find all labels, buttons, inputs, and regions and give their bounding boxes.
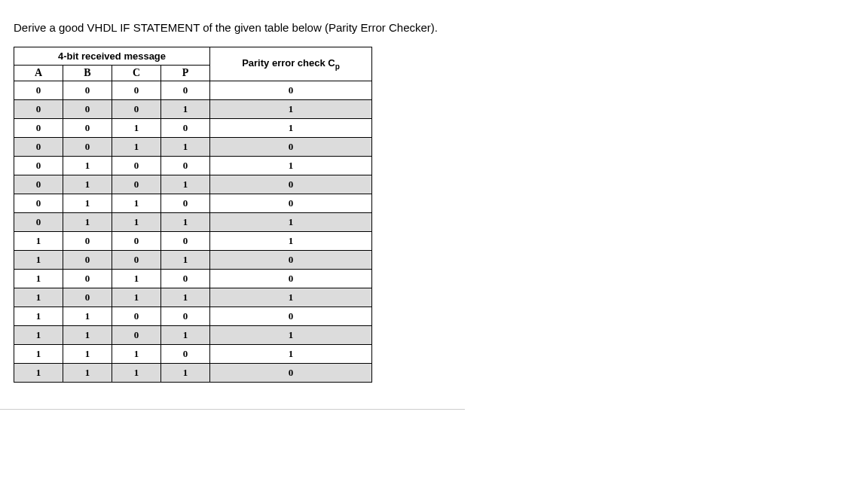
cell-c: 1 <box>112 194 161 213</box>
cell-p: 1 <box>161 326 210 345</box>
parity-header-prefix: Parity error check C <box>242 57 335 69</box>
table-row: 10100 <box>14 270 372 288</box>
col-header-a: A <box>14 66 63 81</box>
cell-a: 0 <box>14 157 63 175</box>
table-row: 10111 <box>14 288 372 307</box>
group-header: 4-bit received message <box>14 47 210 66</box>
cell-p: 0 <box>161 270 210 288</box>
cell-p: 1 <box>161 213 210 232</box>
cell-cp: 1 <box>210 213 372 232</box>
cell-a: 1 <box>14 251 63 270</box>
cell-p: 0 <box>161 157 210 175</box>
table-row: 11000 <box>14 307 372 326</box>
cell-p: 1 <box>161 364 210 383</box>
cell-cp: 1 <box>210 232 372 251</box>
cell-cp: 1 <box>210 326 372 345</box>
cell-a: 1 <box>14 307 63 326</box>
table-row: 01111 <box>14 213 372 232</box>
table-row: 00000 <box>14 81 372 100</box>
table-row: 01001 <box>14 157 372 175</box>
divider <box>0 409 465 410</box>
cell-cp: 0 <box>210 251 372 270</box>
cell-a: 0 <box>14 194 63 213</box>
cell-c: 1 <box>112 288 161 307</box>
cell-cp: 1 <box>210 345 372 364</box>
cell-a: 1 <box>14 364 63 383</box>
col-header-p: P <box>161 66 210 81</box>
cell-b: 1 <box>63 213 112 232</box>
cell-cp: 1 <box>210 157 372 175</box>
cell-b: 0 <box>63 138 112 157</box>
cell-b: 1 <box>63 194 112 213</box>
table-row: 11110 <box>14 364 372 383</box>
table-row: 00011 <box>14 100 372 119</box>
cell-a: 0 <box>14 175 63 194</box>
cell-c: 0 <box>112 307 161 326</box>
cell-b: 0 <box>63 270 112 288</box>
cell-c: 0 <box>112 251 161 270</box>
cell-b: 1 <box>63 175 112 194</box>
col-header-b: B <box>63 66 112 81</box>
cell-cp: 0 <box>210 364 372 383</box>
cell-p: 0 <box>161 345 210 364</box>
cell-c: 1 <box>112 138 161 157</box>
cell-a: 0 <box>14 119 63 138</box>
cell-c: 1 <box>112 119 161 138</box>
cell-p: 0 <box>161 307 210 326</box>
cell-p: 1 <box>161 288 210 307</box>
cell-b: 1 <box>63 157 112 175</box>
cell-c: 0 <box>112 232 161 251</box>
cell-b: 0 <box>63 251 112 270</box>
col-header-c: C <box>112 66 161 81</box>
cell-b: 1 <box>63 326 112 345</box>
table-row: 01100 <box>14 194 372 213</box>
table-row: 11011 <box>14 326 372 345</box>
cell-a: 1 <box>14 345 63 364</box>
parity-table-container: 4-bit received message Parity error chec… <box>14 47 372 383</box>
cell-cp: 1 <box>210 288 372 307</box>
cell-b: 1 <box>63 307 112 326</box>
cell-c: 1 <box>112 213 161 232</box>
cell-c: 0 <box>112 157 161 175</box>
table-row: 00101 <box>14 119 372 138</box>
cell-c: 0 <box>112 100 161 119</box>
cell-b: 1 <box>63 364 112 383</box>
cell-a: 0 <box>14 100 63 119</box>
cell-cp: 0 <box>210 81 372 100</box>
cell-b: 0 <box>63 288 112 307</box>
cell-a: 0 <box>14 213 63 232</box>
cell-p: 0 <box>161 194 210 213</box>
cell-p: 0 <box>161 81 210 100</box>
cell-cp: 0 <box>210 138 372 157</box>
table-row: 11101 <box>14 345 372 364</box>
cell-cp: 1 <box>210 100 372 119</box>
cell-a: 1 <box>14 326 63 345</box>
cell-a: 0 <box>14 81 63 100</box>
cell-cp: 0 <box>210 194 372 213</box>
cell-cp: 0 <box>210 270 372 288</box>
question-text: Derive a good VHDL IF STATEMENT of the g… <box>14 21 438 34</box>
cell-b: 0 <box>63 81 112 100</box>
cell-p: 1 <box>161 251 210 270</box>
table-body: 0000000011001010011001001010100110001111… <box>14 81 372 383</box>
cell-b: 0 <box>63 232 112 251</box>
parity-header: Parity error check Cp <box>210 47 372 81</box>
cell-p: 0 <box>161 119 210 138</box>
parity-table: 4-bit received message Parity error chec… <box>14 47 372 383</box>
cell-a: 1 <box>14 232 63 251</box>
cell-b: 0 <box>63 119 112 138</box>
cell-c: 1 <box>112 364 161 383</box>
cell-c: 0 <box>112 81 161 100</box>
cell-a: 1 <box>14 288 63 307</box>
table-row: 01010 <box>14 175 372 194</box>
cell-c: 0 <box>112 175 161 194</box>
cell-a: 1 <box>14 270 63 288</box>
table-row: 10001 <box>14 232 372 251</box>
cell-cp: 0 <box>210 307 372 326</box>
cell-cp: 1 <box>210 119 372 138</box>
cell-cp: 0 <box>210 175 372 194</box>
cell-p: 1 <box>161 138 210 157</box>
cell-p: 1 <box>161 100 210 119</box>
table-row: 00110 <box>14 138 372 157</box>
cell-c: 0 <box>112 326 161 345</box>
